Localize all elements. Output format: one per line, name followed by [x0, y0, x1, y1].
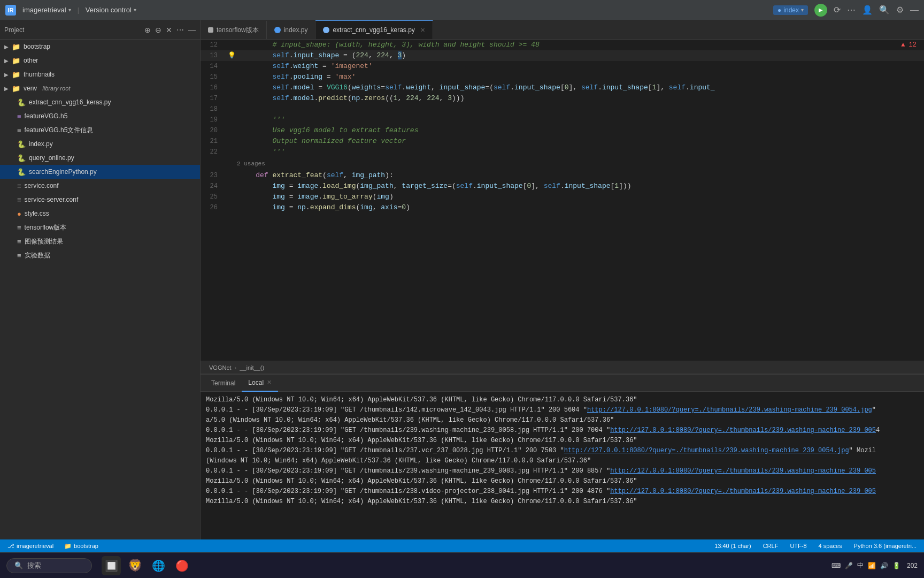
status-left: ⎇ imageretrieval 📁 bootstrap: [5, 543, 101, 550]
tab-terminal[interactable]: Terminal: [205, 375, 242, 392]
topbar: IR imageretrieval ▾ | Version control ▾ …: [0, 0, 924, 20]
terminal-link[interactable]: http://127.0.0.1:8080/?query=./thumbnail…: [587, 406, 872, 414]
terminal-line: 0.0.0.1 - - [30/Sep/2023:23:19:09] "GET …: [206, 446, 919, 456]
close-sidebar-icon[interactable]: ✕: [166, 26, 172, 34]
app-logo: IR: [5, 5, 16, 16]
tab-tensorflow[interactable]: tensorflow版本: [201, 21, 267, 39]
error-count: ▲ 12: [901, 40, 917, 50]
status-branch[interactable]: ⎇ imageretrieval: [5, 543, 56, 550]
tab-index-py[interactable]: index.py: [267, 21, 316, 39]
taskbar-app-file[interactable]: 🦁: [125, 556, 144, 575]
wifi-icon[interactable]: 📶: [868, 562, 876, 569]
code-editor[interactable]: 12 # input_shape: (width, height, 3), wi…: [201, 40, 924, 361]
sidebar-toolbar: Project ⊕ ⊖ ✕ ⋯ —: [0, 20, 200, 40]
terminal-link[interactable]: http://127.0.0.1:8080/?query=./thumbnail…: [564, 447, 849, 454]
profile-icon[interactable]: 👤: [862, 5, 873, 15]
clock[interactable]: 202: [907, 562, 918, 569]
folder-venv[interactable]: ▶ 📁 venv library root: [0, 81, 200, 95]
terminal-tab-close-icon[interactable]: ✕: [267, 379, 272, 386]
folder-icon: 📁: [12, 57, 20, 65]
close-icon[interactable]: —: [910, 5, 919, 15]
folder-thumbnails[interactable]: ▶ 📁 thumbnails: [0, 67, 200, 81]
statusbar: ⎇ imageretrieval 📁 bootstrap 13:40 (1 ch…: [0, 539, 924, 552]
taskbar-search[interactable]: 🔍 搜索: [6, 558, 92, 573]
terminal-line: 0.0.0.1 - - [30/Sep/2023:23:19:09] "GET …: [206, 486, 919, 497]
taskbar-app-red[interactable]: 🔴: [172, 556, 191, 575]
branch-icon: ⎇: [7, 543, 14, 550]
file-query-online[interactable]: 🐍 query_online.py: [0, 151, 200, 165]
file-extract-cnn[interactable]: 🐍 extract_cnn_vgg16_keras.py: [0, 95, 200, 109]
tab-extract-cnn[interactable]: extract_cnn_vgg16_keras.py ✕: [315, 20, 433, 39]
text-file-icon: ≡: [17, 238, 21, 246]
status-indent[interactable]: 4 spaces: [817, 543, 844, 549]
h5-file-icon: ≡: [17, 112, 21, 120]
code-line-20: 20 Use vgg16 model to extract features: [201, 125, 924, 136]
taskbar-app-pycharm[interactable]: 🔲: [102, 556, 121, 575]
file-image-results[interactable]: ≡ 图像预测结果: [0, 234, 200, 248]
text-file-icon: ≡: [17, 224, 21, 232]
file-tree: ▶ 📁 bootstrap ▶ 📁 other ▶ 📁 thumbnails ▶…: [0, 40, 200, 539]
file-index-py[interactable]: 🐍 index.py: [0, 137, 200, 151]
terminal-link[interactable]: http://127.0.0.1:8080/?query=./thumbnail…: [610, 467, 876, 475]
tabs-bar: tensorflow版本 index.py extract_cnn_vgg16_…: [201, 20, 924, 40]
chevron-icon: ▶: [4, 44, 9, 50]
minimize-icon[interactable]: —: [188, 26, 196, 34]
status-encoding[interactable]: UTF-8: [788, 543, 808, 549]
code-line-13: 13 💡 self.input_shape = (224, 224, 3): [201, 50, 924, 61]
expand-icon[interactable]: ⊕: [144, 26, 151, 34]
hint-bulb-icon[interactable]: 💡: [228, 50, 236, 61]
code-line-18: 18: [201, 104, 924, 115]
file-service-conf[interactable]: ≡ service.conf: [0, 179, 200, 193]
code-line-26: 26 img = np.expand_dims(img, axis=0): [201, 202, 924, 213]
code-line-21: 21 Output normalized feature vector: [201, 136, 924, 147]
settings-icon[interactable]: ⚙: [896, 5, 904, 15]
file-experiments[interactable]: ≡ 实验数据: [0, 248, 200, 262]
python-file-icon: 🐍: [17, 98, 26, 107]
code-line-16: 16 self.model = VGG16(weights=self.weigh…: [201, 82, 924, 93]
code-line-22: 22 ''': [201, 147, 924, 157]
index-badge[interactable]: ● index ▾: [773, 5, 808, 15]
battery-icon[interactable]: 🔋: [892, 562, 900, 569]
code-line-24: 24 img = image.load_img(img_path, target…: [201, 181, 924, 192]
more-options-icon[interactable]: ⋯: [847, 5, 856, 15]
version-control[interactable]: Version control ▾: [86, 6, 136, 14]
file-search-engine[interactable]: 🐍 searchEnginePython.py: [0, 165, 200, 179]
terminal-link[interactable]: http://127.0.0.1:8080/?query=./thumbnail…: [610, 427, 876, 434]
taskbar-right: ⌨ 🎤 中 📶 🔊 🔋 202: [831, 561, 918, 570]
mic-icon[interactable]: 🎤: [845, 562, 853, 569]
run-button[interactable]: ▶: [814, 4, 827, 17]
status-python[interactable]: Python 3.6 (imageretri...: [852, 543, 919, 549]
folder-icon: 📁: [12, 85, 20, 93]
file-featurevgg-info[interactable]: ≡ featureVGG.h5文件信息: [0, 123, 200, 137]
file-style-css[interactable]: ● style.css: [0, 207, 200, 220]
collapse-icon[interactable]: ⊖: [155, 26, 161, 34]
folder-other[interactable]: ▶ 📁 other: [0, 54, 200, 67]
text-file-icon: ≡: [17, 126, 21, 134]
tab-local[interactable]: Local ✕: [242, 375, 278, 392]
editor-area: tensorflow版本 index.py extract_cnn_vgg16_…: [201, 20, 924, 539]
search-icon[interactable]: 🔍: [879, 5, 890, 15]
tab-close-icon[interactable]: ✕: [420, 27, 425, 34]
keyboard-icon[interactable]: ⌨: [831, 562, 841, 569]
project-chevron: ▾: [68, 7, 71, 13]
terminal-link[interactable]: http://127.0.0.1:8080/?query=./thumbnail…: [610, 488, 876, 495]
file-tensorflow[interactable]: ≡ tensorflow版本: [0, 220, 200, 234]
status-crlf[interactable]: CRLF: [761, 543, 781, 549]
terminal-line: (Windows NT 10.0; Win64; x64) AppleWebKi…: [206, 456, 919, 466]
folder-bootstrap[interactable]: ▶ 📁 bootstrap: [0, 40, 200, 54]
ime-icon[interactable]: 中: [857, 561, 864, 570]
taskbar-app-chrome[interactable]: 🌐: [149, 556, 168, 575]
gear-sidebar-icon[interactable]: ⋯: [176, 26, 184, 34]
file-service-server-conf[interactable]: ≡ service-server.conf: [0, 193, 200, 207]
file-featurevgg-h5[interactable]: ≡ featureVGG.h5: [0, 109, 200, 123]
debug-icon[interactable]: ⟳: [834, 5, 841, 15]
search-icon: 🔍: [14, 561, 23, 569]
volume-icon[interactable]: 🔊: [880, 562, 888, 569]
project-name[interactable]: imageretrieval ▾: [22, 6, 71, 14]
code-line-19: 19 ''': [201, 115, 924, 125]
terminal-line: 0.0.0.1 - - [30/Sep/2023:23:19:09] "GET …: [206, 466, 919, 476]
status-folder[interactable]: 📁 bootstrap: [62, 543, 101, 550]
terminal-content[interactable]: Mozilla/5.0 (Windows NT 10.0; Win64; x64…: [201, 392, 924, 539]
file-icon: [208, 27, 213, 33]
status-position[interactable]: 13:40 (1 char): [712, 543, 753, 549]
